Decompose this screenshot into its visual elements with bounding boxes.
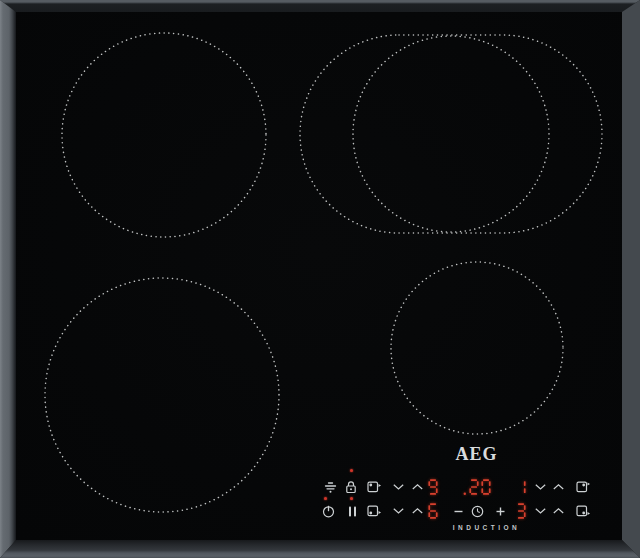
chevron-down-icon[interactable] bbox=[534, 507, 546, 514]
chevron-down-icon[interactable] bbox=[392, 483, 404, 490]
chevron-up-icon[interactable] bbox=[552, 483, 564, 490]
chevron-down-icon[interactable] bbox=[534, 483, 546, 490]
zone-right-rear-circle bbox=[353, 36, 549, 232]
zone-left-rear-select-icon[interactable] bbox=[366, 479, 382, 495]
right-rear-power-display bbox=[516, 479, 526, 495]
pan-right-front-icon[interactable] bbox=[575, 503, 591, 519]
lock-indicator-led bbox=[350, 469, 353, 472]
timer-clock-icon[interactable] bbox=[469, 503, 485, 519]
hob2hood-indicator-led bbox=[324, 497, 327, 500]
left-rear-power-display bbox=[428, 479, 438, 495]
chevron-down-icon[interactable] bbox=[392, 507, 404, 514]
minus-icon[interactable] bbox=[450, 503, 466, 519]
pan-right-rear-icon[interactable] bbox=[575, 479, 591, 495]
zone-left-front bbox=[45, 278, 279, 512]
zone-left-rear bbox=[62, 33, 266, 237]
chevron-up-icon[interactable] bbox=[411, 507, 423, 514]
left-front-power-display bbox=[428, 503, 438, 519]
zone-left-front-select-icon[interactable] bbox=[366, 503, 382, 519]
pause-icon[interactable] bbox=[344, 503, 360, 519]
lock-icon[interactable] bbox=[343, 479, 359, 495]
product-label: INDUCTION bbox=[416, 524, 557, 531]
brand-logo: AEG bbox=[436, 444, 517, 465]
zone-right-front bbox=[391, 262, 563, 434]
pause-indicator-led bbox=[350, 497, 353, 500]
right-front-power-display bbox=[516, 503, 526, 519]
chevron-up-icon[interactable] bbox=[411, 483, 423, 490]
induction-hob: AEG INDUCTION bbox=[0, 0, 640, 558]
cooking-zones bbox=[0, 0, 640, 558]
power-icon[interactable] bbox=[320, 503, 336, 519]
timer-display bbox=[463, 479, 491, 495]
hob2hood-icon[interactable] bbox=[322, 479, 338, 495]
chevron-up-icon[interactable] bbox=[552, 507, 564, 514]
plus-icon[interactable] bbox=[492, 503, 508, 519]
zone-right-rear-oval bbox=[300, 35, 602, 233]
